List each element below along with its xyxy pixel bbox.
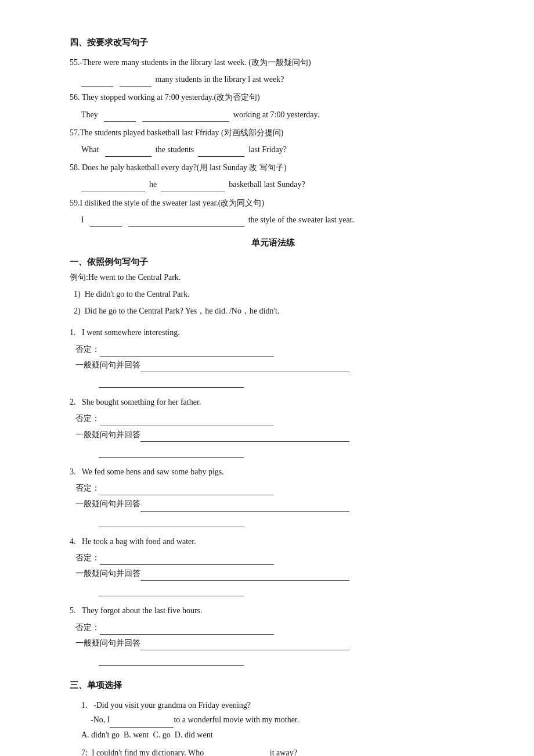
example-item1: 1) He didn't go to the Central Park. [70, 287, 476, 301]
practice-2-answer2 [99, 443, 476, 458]
practice-2: 2. She bought something for her father. … [70, 395, 476, 458]
q58-blank2[interactable] [161, 183, 225, 192]
p5-neg-blank[interactable] [100, 625, 274, 635]
mc-q7: 7: I couldn't find my dictionary. Who it… [70, 746, 476, 756]
mc-q1: 1. -Did you visit your grandma on Friday… [70, 698, 476, 742]
mc-q7-line1: 7: I couldn't find my dictionary. Who it… [81, 746, 476, 756]
practice-3-negative: 否定： [75, 481, 476, 495]
practice-2-question: 一般疑问句并回答 [75, 427, 476, 442]
q55-blank2[interactable] [120, 77, 151, 87]
practice-3-answer2 [99, 513, 476, 527]
practice-1: 1. I went somewhere interesting. 否定： 一般疑… [70, 325, 476, 388]
q59-blank2[interactable] [128, 218, 244, 227]
q56-answer: They working at 7:00 yesterday. [81, 107, 476, 122]
practice-5-negative: 否定： [75, 620, 476, 635]
q56-blank1[interactable] [104, 113, 136, 122]
practice-3: 3. We fed some hens and saw some baby pi… [70, 465, 476, 527]
q57-text: 57.The students played basketball last F… [70, 125, 476, 140]
question-57: 57.The students played basketball last F… [70, 125, 476, 157]
grammar-title: 单元语法练 [70, 235, 476, 251]
practice-1-negative: 否定： [75, 342, 476, 357]
p2-q-blank[interactable] [140, 433, 349, 442]
p4-q-blank[interactable] [140, 571, 349, 581]
grammar-section3: 三、单项选择 1. -Did you visit your grandma on… [70, 678, 476, 756]
practice-4-sentence: 4. He took a bag with food and water. [70, 534, 476, 549]
p4-a2-blank[interactable] [99, 587, 244, 596]
p1-a2-blank[interactable] [99, 379, 244, 388]
q59-text: 59.I disliked the style of the sweater l… [70, 196, 476, 210]
practice-4-answer2 [99, 582, 476, 596]
mc-q1-blank[interactable] [110, 718, 174, 728]
mc-q1-options: A. didn't go B. went C. go D. did went [81, 728, 476, 742]
practice-3-sentence: 3. We fed some hens and saw some baby pi… [70, 465, 476, 479]
example-sentence: 例句:He went to the Central Park. [70, 270, 476, 285]
p2-a2-blank[interactable] [99, 448, 244, 458]
q56-blank2[interactable] [142, 113, 229, 122]
question-58: 58. Does he paly basketball every day?(用… [70, 160, 476, 192]
q59-blank1[interactable] [90, 218, 122, 227]
practice-5-sentence: 5. They forgot about the last five hours… [70, 603, 476, 618]
example-item2: 2) Did he go to the Central Park? Yes，he… [70, 304, 476, 318]
q56-text: 56. They stopped working at 7:00 yesterd… [70, 90, 476, 105]
q57-blank1[interactable] [105, 147, 151, 157]
question-59: 59.I disliked the style of the sweater l… [70, 196, 476, 227]
p1-neg-blank[interactable] [100, 347, 274, 357]
practice-3-question: 一般疑问句并回答 [75, 496, 476, 511]
mc-q7-blank[interactable] [204, 751, 268, 756]
grammar-section: 单元语法练 一、依照例句写句子 例句:He went to the Centra… [70, 235, 476, 756]
q57-blank2[interactable] [198, 147, 244, 157]
section1-title: 一、依照例句写句子 [70, 254, 476, 270]
practice-2-sentence: 2. She bought something for her father. [70, 395, 476, 409]
practice-5-question: 一般疑问句并回答 [75, 636, 476, 650]
practice-1-answer2 [99, 373, 476, 388]
practice-4-negative: 否定： [75, 550, 476, 565]
p3-neg-blank[interactable] [100, 486, 274, 495]
practice-5-answer2 [99, 651, 476, 666]
p2-neg-blank[interactable] [100, 417, 274, 426]
p3-a2-blank[interactable] [99, 518, 244, 527]
p5-q-blank[interactable] [140, 641, 349, 650]
q58-answer: he basketball last Sunday? [81, 177, 476, 192]
q55-text: 55.-There were many students in the libr… [70, 55, 476, 70]
practice-4: 4. He took a bag with food and water. 否定… [70, 534, 476, 597]
grammar-section1: 一、依照例句写句子 例句:He went to the Central Park… [70, 254, 476, 666]
mc-q1-line2: -No, Ito a wonderful movie with my mothe… [91, 712, 476, 727]
q59-answer: I the style of the sweater last year. [81, 213, 476, 227]
question-56: 56. They stopped working at 7:00 yesterd… [70, 90, 476, 121]
p4-neg-blank[interactable] [100, 556, 274, 565]
p1-q-blank[interactable] [140, 363, 349, 372]
q55-answer: many students in the library l ast week? [81, 72, 476, 87]
q58-text: 58. Does he paly basketball every day?(用… [70, 160, 476, 175]
mc-q1-line1: 1. -Did you visit your grandma on Friday… [81, 698, 476, 712]
section4: 四、按要求改写句子 55.-There were many students i… [70, 35, 476, 227]
practice-1-sentence: 1. I went somewhere interesting. [70, 325, 476, 340]
q58-blank1[interactable] [81, 183, 145, 192]
section4-title: 四、按要求改写句子 [70, 35, 476, 51]
practice-2-negative: 否定： [75, 411, 476, 426]
practice-5: 5. They forgot about the last five hours… [70, 603, 476, 666]
practice-1-question: 一般疑问句并回答 [75, 358, 476, 372]
p5-a2-blank[interactable] [99, 657, 244, 666]
q57-answer: What the students last Friday? [81, 142, 476, 157]
question-55: 55.-There were many students in the libr… [70, 55, 476, 87]
q55-blank1[interactable] [81, 77, 113, 87]
section3-title: 三、单项选择 [70, 678, 476, 693]
practice-4-question: 一般疑问句并回答 [75, 566, 476, 581]
p3-q-blank[interactable] [140, 502, 349, 512]
